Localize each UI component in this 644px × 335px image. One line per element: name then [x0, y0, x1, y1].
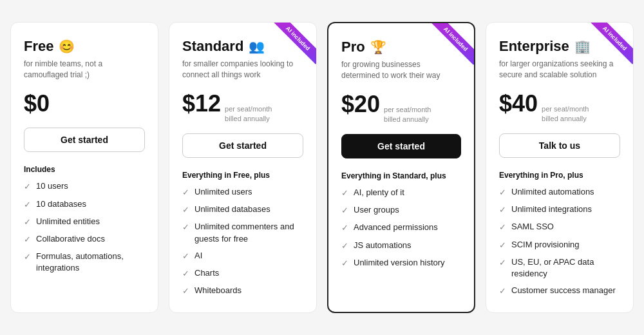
- cta-button-enterprise[interactable]: Talk to us: [499, 133, 620, 158]
- check-icon: ✓: [341, 205, 348, 216]
- feature-text: SCIM provisioning: [511, 239, 580, 251]
- check-icon: ✓: [499, 285, 506, 297]
- ai-badge: AI included: [582, 23, 633, 74]
- price-row-enterprise: $40 per seat/monthbilled annually: [499, 90, 620, 123]
- check-icon: ✓: [182, 268, 189, 280]
- includes-label-pro: Everything in Standard, plus: [341, 171, 461, 180]
- feature-item: ✓10 databases: [24, 198, 145, 211]
- feature-item: ✓Whiteboards: [182, 285, 303, 297]
- check-icon: ✓: [499, 257, 506, 269]
- plan-name-free: Free: [24, 38, 53, 55]
- feature-item: ✓Unlimited entities: [24, 216, 145, 228]
- feature-list-enterprise: ✓Unlimited automations✓Unlimited integra…: [499, 186, 620, 297]
- feature-text: AI, plenty of it: [354, 187, 404, 198]
- feature-text: Charts: [194, 267, 219, 279]
- includes-label-standard: Everything in Free, plus: [182, 171, 303, 180]
- feature-item: ✓Advanced permissions: [341, 222, 461, 234]
- feature-text: User groups: [354, 204, 399, 216]
- check-icon: ✓: [24, 251, 31, 263]
- price-detail-pro: per seat/monthbilled annually: [384, 105, 431, 124]
- price-amount-enterprise: $40: [499, 90, 538, 117]
- feature-item: ✓Unlimited users: [182, 186, 303, 198]
- feature-item: ✓Charts: [182, 267, 303, 280]
- cta-button-free[interactable]: Get started: [24, 128, 145, 152]
- plan-icon-pro: 🏆: [370, 39, 386, 55]
- plan-card-free: Free 😊 for nimble teams, not a camouflag…: [10, 22, 158, 314]
- plan-card-standard: AI included Standard 👥 for smaller compa…: [169, 22, 317, 314]
- check-icon: ✓: [182, 251, 189, 262]
- check-icon: ✓: [24, 216, 31, 228]
- feature-item: ✓US, EU, or APAC data residency: [499, 256, 620, 280]
- check-icon: ✓: [182, 187, 189, 198]
- check-icon: ✓: [182, 285, 189, 297]
- includes-label-enterprise: Everything in Pro, plus: [499, 171, 620, 180]
- check-icon: ✓: [24, 199, 31, 211]
- price-detail-standard: per seat/monthbilled annually: [225, 104, 272, 123]
- plan-card-enterprise: AI included Enterprise 🏢 for larger orga…: [486, 22, 634, 314]
- feature-text: Whiteboards: [194, 285, 242, 296]
- check-icon: ✓: [24, 234, 31, 245]
- plan-name-standard: Standard: [182, 38, 243, 55]
- ai-badge: AI included: [265, 23, 316, 74]
- feature-text: 10 users: [36, 180, 68, 192]
- feature-item: ✓AI: [182, 250, 303, 262]
- feature-item: ✓SCIM provisioning: [499, 239, 620, 251]
- feature-text: Customer success manager: [511, 285, 616, 296]
- feature-list-standard: ✓Unlimited users✓Unlimited databases✓Unl…: [182, 186, 303, 297]
- feature-item: ✓Collaborative docs: [24, 233, 145, 245]
- ai-badge-text: AI included: [270, 23, 316, 64]
- feature-list-free: ✓10 users✓10 databases✓Unlimited entitie…: [24, 180, 145, 274]
- feature-item: ✓Unlimited databases: [182, 204, 303, 216]
- price-row-free: $0: [24, 90, 145, 117]
- check-icon: ✓: [182, 222, 189, 233]
- feature-text: Collaborative docs: [36, 233, 105, 245]
- feature-item: ✓AI, plenty of it: [341, 187, 461, 199]
- feature-text: AI: [194, 250, 202, 262]
- feature-text: JS automations: [354, 240, 412, 251]
- check-icon: ✓: [341, 222, 348, 234]
- feature-text: US, EU, or APAC data residency: [511, 256, 620, 280]
- cta-button-pro[interactable]: Get started: [341, 134, 461, 158]
- price-row-standard: $12 per seat/monthbilled annually: [182, 90, 303, 123]
- check-icon: ✓: [499, 187, 506, 198]
- feature-list-pro: ✓AI, plenty of it✓User groups✓Advanced p…: [341, 187, 461, 269]
- check-icon: ✓: [341, 258, 348, 269]
- feature-text: Unlimited entities: [36, 216, 100, 227]
- feature-text: Unlimited databases: [194, 204, 270, 215]
- feature-item: ✓JS automations: [341, 240, 461, 252]
- price-detail-enterprise: per seat/monthbilled annually: [542, 104, 589, 123]
- plan-card-pro: AI included Pro 🏆 for growing businesses…: [327, 22, 475, 314]
- feature-item: ✓SAML SSO: [499, 221, 620, 233]
- feature-text: 10 databases: [36, 198, 86, 210]
- cta-button-standard[interactable]: Get started: [182, 133, 303, 158]
- check-icon: ✓: [182, 204, 189, 216]
- includes-label-free: Includes: [24, 165, 145, 174]
- feature-item: ✓User groups: [341, 204, 461, 216]
- feature-text: Advanced permissions: [354, 222, 438, 233]
- check-icon: ✓: [499, 222, 506, 233]
- feature-text: Unlimited commenters and guests for free: [194, 221, 303, 244]
- plan-name-enterprise: Enterprise: [499, 38, 569, 55]
- feature-item: ✓Customer success manager: [499, 285, 620, 297]
- ai-badge-text: AI included: [428, 23, 474, 65]
- feature-text: Unlimited version history: [354, 257, 445, 269]
- check-icon: ✓: [341, 240, 348, 252]
- price-amount-pro: $20: [341, 91, 380, 118]
- check-icon: ✓: [24, 181, 31, 193]
- feature-text: Unlimited integrations: [511, 204, 592, 215]
- price-amount-free: $0: [24, 90, 50, 117]
- feature-text: Unlimited users: [194, 186, 252, 198]
- feature-text: SAML SSO: [511, 221, 554, 233]
- price-amount-standard: $12: [182, 90, 221, 117]
- plan-icon-standard: 👥: [249, 39, 265, 54]
- feature-text: Formulas, automations, integrations: [36, 251, 145, 274]
- price-row-pro: $20 per seat/monthbilled annually: [341, 91, 461, 124]
- check-icon: ✓: [499, 204, 506, 216]
- plan-name-pro: Pro: [341, 39, 365, 55]
- feature-item: ✓Unlimited automations: [499, 186, 620, 198]
- ai-badge: AI included: [422, 23, 474, 75]
- plan-icon-free: 😊: [59, 39, 75, 54]
- plan-header: Free 😊: [24, 38, 145, 55]
- feature-item: ✓Unlimited commenters and guests for fre…: [182, 221, 303, 244]
- feature-item: ✓10 users: [24, 180, 145, 193]
